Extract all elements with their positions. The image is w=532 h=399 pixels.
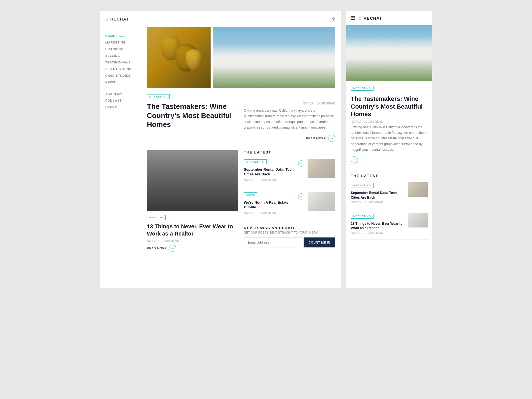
newsletter-title: NEVER MISS AN UPDATE xyxy=(244,226,335,230)
hero-article-title: The Tastemakers: Wine Country's Most Bea… xyxy=(147,102,238,129)
desktop-panel: ⌂ RECHAT ⚲ HOME PAGE MARKETING BRANDING … xyxy=(100,11,341,288)
second-article-title: 13 Things to Never, Ever Wear to Work as… xyxy=(147,223,238,237)
hero-article-excerpt: Owning one's very own California vineyar… xyxy=(244,108,335,131)
mobile-brand-name: RECHAT xyxy=(364,16,382,21)
logo-icon: ⌂ xyxy=(105,16,109,22)
mobile-panel: ☰ ⌂ RECHAT MARKETING The Tastemakers: Wi… xyxy=(346,11,432,288)
sidebar-item-client-stories[interactable]: CLIENT STORIES xyxy=(105,66,139,72)
mobile-latest-1-tag: MARKETING xyxy=(351,183,374,188)
newsletter-form: Count Me In xyxy=(244,237,335,247)
mobile-latest-2-tag: MARKETING xyxy=(351,214,374,219)
hamburger-icon[interactable]: ☰ xyxy=(351,15,355,21)
latest-item-2-date: NOV 29 · 10 MIN READ xyxy=(244,211,295,214)
hero-article-body: The Tastemakers: Wine Country's Most Bea… xyxy=(147,102,335,142)
mobile-latest-2-title: 13 Things to Never, Ever Wear to Work as… xyxy=(351,221,405,230)
nav: HOME PAGE MARKETING BRANDING SELLING TES… xyxy=(105,33,139,110)
latest-item-1-image xyxy=(308,159,335,178)
mobile-read-more-arrow[interactable]: → xyxy=(351,156,358,163)
sidebar-item-news[interactable]: NEWS xyxy=(105,79,139,85)
sidebar-item-testimonials[interactable]: TESTIMONIALS xyxy=(105,59,139,65)
second-article-date: NOV 29 · 10 MIN READ xyxy=(147,239,238,242)
newsletter-email-input[interactable] xyxy=(244,237,304,247)
sidebar-item-podcast[interactable]: PODCAST xyxy=(105,98,139,104)
mobile-latest-2-date: NOV 29 · 10 MIN READ xyxy=(351,231,405,234)
mobile-header: ☰ ⌂ RECHAT xyxy=(346,11,432,25)
latest-section-title: THE LATEST xyxy=(244,150,335,154)
lamp-decoration xyxy=(147,27,211,88)
latest-item-2-content: NEWS We're Not In A Real Estate Bubble N… xyxy=(244,192,295,216)
newsletter-section: NEVER MISS AN UPDATE GET OUR POSTS SENT … xyxy=(244,226,335,247)
hero-images xyxy=(147,27,335,88)
mobile-latest-1-title: September Rental Data: Tech Cities Are B… xyxy=(351,191,405,200)
latest-item-1: MARKETING September Rental Data: Tech Ci… xyxy=(244,159,335,187)
nav-divider xyxy=(105,86,139,90)
search-icon[interactable]: ⚲ xyxy=(332,16,335,22)
sidebar-item-branding[interactable]: BRANDING xyxy=(105,46,139,52)
hero-image-house xyxy=(213,27,335,88)
latest-item-1-title: September Rental Data: Tech Cities Are B… xyxy=(244,167,295,177)
mobile-latest-item-1-content: MARKETING September Rental Data: Tech Ci… xyxy=(351,182,405,205)
hero-article-left: The Tastemakers: Wine Country's Most Bea… xyxy=(147,102,238,142)
main-content: MARKETING The Tastemakers: Wine Country'… xyxy=(144,27,341,257)
hero-read-more[interactable]: READ MORE → xyxy=(244,135,335,142)
logo[interactable]: ⌂ RECHAT xyxy=(105,16,129,22)
second-article-tag: REALTOR xyxy=(147,215,166,220)
mobile-logo-icon: ⌂ xyxy=(359,15,362,21)
mobile-latest-item-2-content: MARKETING 13 Things to Never, Ever Wear … xyxy=(351,213,405,236)
sidebar: HOME PAGE MARKETING BRANDING SELLING TES… xyxy=(100,27,144,257)
latest-item-2-arrow[interactable]: → xyxy=(298,193,304,200)
latest-item-2-tag: NEWS xyxy=(244,192,257,197)
second-article-left: REALTOR 13 Things to Never, Ever Wear to… xyxy=(147,150,238,252)
latest-item-1-date: NOV 29 · 10 MIN READ xyxy=(244,178,295,181)
mobile-latest-1-date: NOV 29 · 10 MIN READ xyxy=(351,201,405,204)
hero-article-date: NOV 29 · 10 MIN READ xyxy=(244,102,335,105)
hero-arrow-icon: → xyxy=(328,135,335,142)
latest-item-1-tag: MARKETING xyxy=(244,159,267,164)
sidebar-item-other[interactable]: OTHER xyxy=(105,104,139,110)
second-read-more[interactable]: READ MORE → xyxy=(147,245,238,252)
hero-article-tag: MARKETING xyxy=(147,94,170,99)
brand-name: RECHAT xyxy=(110,17,129,21)
latest-item-2-title: We're Not In A Real Estate Bubble xyxy=(244,200,295,210)
latest-item-1-arrow[interactable]: → xyxy=(298,160,304,167)
sidebar-item-selling[interactable]: SELLING xyxy=(105,53,139,59)
mobile-latest-item-1: MARKETING September Rental Data: Tech Ci… xyxy=(351,182,428,209)
hero-article-right: NOV 29 · 10 MIN READ Owning one's very o… xyxy=(244,102,335,142)
person-image xyxy=(147,150,238,211)
mobile-latest-title: THE LATEST xyxy=(351,174,428,178)
newsletter-subtitle: GET OUR POSTS SENT STRAIGHT TO YOUR INBO… xyxy=(244,231,335,234)
latest-section: THE LATEST MARKETING September Rental Da… xyxy=(244,150,335,252)
mobile-latest-item-2: MARKETING 13 Things to Never, Ever Wear … xyxy=(351,213,428,240)
sidebar-item-academy[interactable]: ACADEMY xyxy=(105,91,139,97)
sidebar-item-marketing[interactable]: MARKETING xyxy=(105,39,139,45)
mobile-hero-tag: MARKETING xyxy=(351,86,374,91)
sidebar-item-home[interactable]: HOME PAGE xyxy=(105,33,139,39)
mobile-divider xyxy=(351,168,428,168)
second-arrow-icon: → xyxy=(169,245,176,252)
mobile-logo[interactable]: ⌂ RECHAT xyxy=(359,15,382,21)
page-wrapper: ⌂ RECHAT ⚲ HOME PAGE MARKETING BRANDING … xyxy=(100,11,432,288)
person-silhouette xyxy=(147,150,238,211)
content-area: HOME PAGE MARKETING BRANDING SELLING TES… xyxy=(100,27,341,257)
mobile-hero-title: The Tastemakers: Wine Country's Most Bea… xyxy=(351,95,428,118)
newsletter-submit-button[interactable]: Count Me In xyxy=(304,237,335,247)
mobile-cactus xyxy=(346,58,432,81)
latest-item-2-image xyxy=(308,192,335,211)
mobile-hero-image xyxy=(346,25,432,81)
mobile-content: MARKETING The Tastemakers: Wine Country'… xyxy=(346,81,432,248)
desktop-header: ⌂ RECHAT ⚲ xyxy=(100,11,341,27)
mobile-hero-excerpt: Owning one's very own California vineyar… xyxy=(351,124,428,153)
latest-item-2: NEWS We're Not In A Real Estate Bubble N… xyxy=(244,192,335,220)
second-row: REALTOR 13 Things to Never, Ever Wear to… xyxy=(147,150,335,252)
latest-item-1-content: MARKETING September Rental Data: Tech Ci… xyxy=(244,159,295,183)
mobile-latest-1-image xyxy=(408,182,428,197)
sidebar-item-case-studies[interactable]: CASE STUDIES xyxy=(105,73,139,79)
cactus-area xyxy=(213,66,335,88)
mobile-latest-2-image xyxy=(408,213,428,227)
mobile-hero-date: NOV 29 · 10 MIN READ xyxy=(351,120,428,123)
hero-image-lamps xyxy=(147,27,211,88)
